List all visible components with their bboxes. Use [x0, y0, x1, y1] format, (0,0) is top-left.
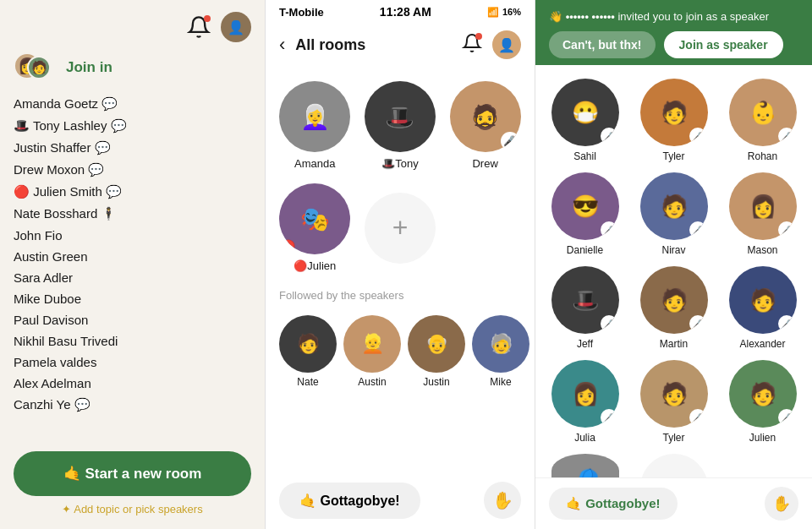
right-avatar-danielle[interactable]: 😎 🎤 [551, 172, 619, 240]
participant-name: Drew Moxon 💬 [14, 162, 104, 177]
list-item: John Fio [14, 225, 251, 246]
audience-avatar-austin[interactable]: 👱 [343, 315, 401, 373]
list-item: Nate Bosshard 🕴 [14, 203, 251, 225]
left-top-bar: 👤 [0, 0, 265, 49]
right-speaker-cell-mason: 👩 🎤 Mason [723, 172, 802, 256]
add-topic-text[interactable]: ✦ Add topic or pick speakers [14, 503, 251, 515]
right-name-mason: Mason [747, 244, 777, 256]
back-button[interactable]: ‹ [279, 34, 285, 56]
list-item: Justin Shaffer 💬 [14, 137, 251, 159]
audience-name-justin: Justin [423, 376, 449, 388]
notification-dot [204, 15, 211, 22]
start-room-button[interactable]: 🤙 Start a new room [14, 451, 251, 496]
list-item: Canzhi Ye 💬 [14, 394, 251, 416]
user-avatar-top[interactable]: 👤 [221, 12, 251, 42]
status-bar: T-Mobile 11:28 AM 📶 16% [266, 0, 535, 22]
right-speaker-cell-tyler2: 🧑 🎤 Tyler [634, 360, 713, 444]
speaker-avatar-tony[interactable]: 🎩 [365, 81, 436, 152]
participant-name: Pamela valdes [14, 355, 96, 369]
add-speaker-cell: + [365, 183, 436, 272]
left-bottom-section: 🤙 Start a new room ✦ Add topic or pick s… [0, 438, 265, 529]
list-item: Mike Duboe [14, 288, 251, 309]
participant-name: Canzhi Ye 💬 [14, 397, 91, 412]
speaker-name-amanda: Amanda [294, 157, 335, 170]
status-icons: 📶 16% [487, 7, 521, 18]
right-avatar-julia[interactable]: 👩 🎤 [551, 360, 619, 428]
participant-name: John Fio [14, 228, 63, 243]
participant-name: Nate Bosshard 🕴 [14, 206, 117, 221]
right-avatar-mason[interactable]: 👩 🎤 [729, 172, 797, 240]
speaker-cell-julien: 🎭 🔴 🔴Julien [279, 183, 351, 272]
join-in-text[interactable]: Join in [66, 59, 112, 76]
list-item: Nikhil Basu Trivedi [14, 330, 251, 352]
right-name-martin: Martin [660, 338, 688, 350]
right-raise-hand-button[interactable]: ✋ [765, 487, 798, 521]
invite-actions: Can't, but thx! Join as speaker [549, 31, 798, 58]
right-avatar-alexander[interactable]: 🧑 🎤 [729, 266, 797, 334]
right-speaker-cell-tyler1: 🧑 🎤 Tyler [634, 79, 713, 162]
right-add-button[interactable]: + [640, 454, 708, 477]
right-avatar-nirav[interactable]: 🧑 🎤 [640, 172, 708, 240]
audience-avatar-justin[interactable]: 👴 [408, 315, 465, 373]
list-item: Sara Adler [14, 267, 251, 288]
audience-cell-justin: 👴 Justin [408, 315, 465, 388]
right-avatar-tyler1[interactable]: 🧑 🎤 [640, 79, 708, 146]
right-name-nirav: Nirav [661, 244, 685, 256]
participant-name: Paul Davison [14, 313, 88, 327]
list-item: Paul Davison [14, 309, 251, 330]
speaker-cell-amanda: 👩‍🦳 Amanda [279, 81, 351, 170]
participant-name: Justin Shaffer 💬 [14, 140, 111, 155]
gottagobye-button[interactable]: 🤙 Gottagobye! [279, 483, 420, 519]
right-avatar-julien-r[interactable]: 🧑 🎤 [729, 360, 797, 428]
speaker-avatar-drew[interactable]: 🧔 🎤 [450, 81, 521, 152]
room-avatar-group: 👩 🧑 [14, 52, 58, 83]
mic-badge-mason: 🎤 [778, 221, 795, 238]
middle-bell-icon[interactable] [462, 33, 482, 57]
list-item: Austin Green [14, 246, 251, 267]
right-name-tyler2: Tyler [662, 432, 684, 444]
middle-bottom-bar: 🤙 Gottagobye! ✋ [266, 472, 535, 529]
right-name-tyler1: Tyler [662, 150, 684, 162]
list-item: Alex Adelman [14, 373, 251, 394]
speaker-name-tony: 🎩Tony [381, 157, 418, 170]
speaker-cell-tony: 🎩 🎩Tony [365, 81, 436, 170]
mic-badge-alexander: 🎤 [778, 315, 795, 332]
right-avatar-rohan[interactable]: 👶 🎤 [729, 79, 797, 146]
add-speaker-button[interactable]: + [365, 193, 436, 264]
list-item: 🎩 Tony Lashley 💬 [14, 115, 251, 137]
right-avatar-partial[interactable]: 🧢 [551, 454, 619, 477]
speaker-avatar-amanda[interactable]: 👩‍🦳 [279, 81, 350, 152]
left-panel: 👤 👩 🧑 Join in Amanda Goetz 💬 🎩 Tony Lash… [0, 0, 265, 529]
right-gottagobye-button[interactable]: 🤙 Gottagobye! [549, 488, 678, 520]
middle-top-bar: ‹ All rooms 👤 [266, 22, 535, 68]
participants-list: Amanda Goetz 💬 🎩 Tony Lashley 💬 Justin S… [0, 93, 265, 438]
right-speaker-cell-danielle: 😎 🎤 Danielle [546, 172, 624, 256]
bell-icon[interactable] [187, 15, 211, 39]
right-name-jeff: Jeff [577, 338, 593, 350]
right-name-danielle: Danielle [567, 244, 603, 256]
right-avatar-sahil[interactable]: 😷 🎤 [551, 79, 619, 146]
join-speaker-button[interactable]: Join as speaker [664, 31, 783, 58]
participant-name: Nikhil Basu Trivedi [14, 334, 118, 348]
right-panel: 👋 •••••• •••••• invited you to join as a… [535, 0, 812, 529]
right-avatar-jeff[interactable]: 🎩 🎤 [551, 266, 619, 334]
right-name-julien-r: Julien [749, 432, 776, 444]
middle-user-avatar[interactable]: 👤 [492, 30, 521, 59]
inviter-name: •••••• •••••• [566, 10, 615, 23]
participant-name: Sara Adler [14, 270, 73, 285]
right-speaker-cell-alexander: 🧑 🎤 Alexander [723, 266, 802, 350]
audience-cell-austin: 👱 Austin [343, 315, 401, 388]
speaker-name-julien: 🔴Julien [294, 259, 336, 272]
cant-button[interactable]: Can't, but thx! [549, 31, 656, 58]
speaker-avatar-julien[interactable]: 🎭 🔴 [279, 183, 350, 254]
raise-hand-button[interactable]: ✋ [484, 482, 521, 519]
speakers-grid: 👩‍🦳 Amanda 🎩 🎩Tony 🧔 🎤 Drew 🎭 🔴 🔴 [266, 68, 535, 286]
mic-badge-julien-r: 🎤 [778, 409, 795, 426]
mic-badge-julia: 🎤 [601, 409, 617, 426]
emoji-badge-julien: 🔴 [281, 239, 295, 253]
audience-avatar-nate[interactable]: 🧑 [279, 315, 337, 373]
audience-avatar-mike[interactable]: 🧓 [472, 315, 529, 373]
right-avatar-martin[interactable]: 🧑 🎤 [640, 266, 708, 334]
right-speaker-cell-sahil: 😷 🎤 Sahil [546, 79, 624, 162]
right-avatar-tyler2[interactable]: 🧑 🎤 [640, 360, 708, 428]
